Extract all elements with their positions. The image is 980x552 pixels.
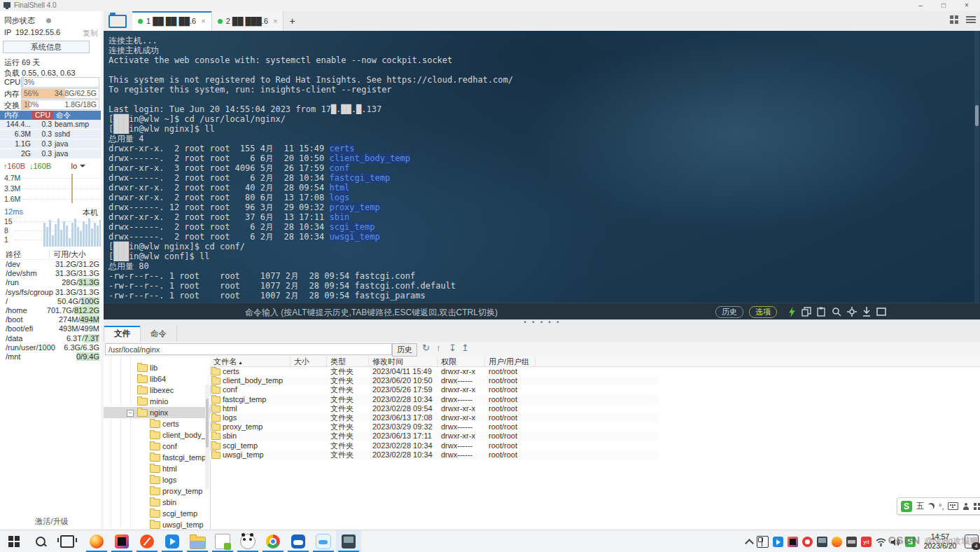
tree-item-html[interactable]: html xyxy=(104,463,210,474)
file-row-uwsgi_temp[interactable]: uwsgi_temp文件夹2023/02/28 10:34drwx------r… xyxy=(210,450,658,460)
tree-item-libexec[interactable]: libexec xyxy=(104,385,210,396)
tree-item-conf[interactable]: conf xyxy=(104,441,210,452)
tray-monitor-icon[interactable] xyxy=(817,537,827,547)
disk-row[interactable]: /run/user/10006.3G/6.3G xyxy=(0,343,104,352)
tree-item-logs[interactable]: logs xyxy=(104,474,210,485)
cmd-gear-icon[interactable] xyxy=(847,307,857,317)
cmd-copy-icon[interactable] xyxy=(802,307,811,317)
refresh-icon[interactable]: ↻ xyxy=(422,343,430,353)
disk-row[interactable]: /dev/shm31.3G/31.3G xyxy=(0,269,104,278)
terminal-scrollbar[interactable] xyxy=(974,31,979,303)
process-row[interactable]: 144.4...0.3beam.smp xyxy=(0,120,104,130)
upload-icon[interactable]: ↥ xyxy=(461,343,469,353)
system-info-button[interactable]: 系统信息 xyxy=(3,41,90,53)
file-row-certs[interactable]: certs文件夹2023/04/11 15:49drwxr-xr-xroot/r… xyxy=(210,367,658,376)
file-row-client_body_temp[interactable]: client_body_temp文件夹2023/06/20 10:50drwx-… xyxy=(210,376,658,385)
tree-item-scgi_temp[interactable]: scgi_temp xyxy=(104,508,210,519)
taskbar-app-notepad-green[interactable] xyxy=(210,530,235,552)
process-row[interactable]: 1.1G0.3java xyxy=(0,139,104,149)
taskbar-app-cloud-light[interactable] xyxy=(311,530,336,552)
sogou-logo-icon[interactable]: S xyxy=(901,501,912,512)
tab-close-icon[interactable]: × xyxy=(273,17,277,25)
file-row-fastcgi_temp[interactable]: fastcgi_temp文件夹2023/02/28 10:34drwx-----… xyxy=(210,395,658,404)
minimize-button[interactable]: – xyxy=(910,0,931,11)
tree-item-fastcgi_temp[interactable]: fastcgi_temp xyxy=(104,452,210,463)
tab-close-icon[interactable]: × xyxy=(201,17,205,25)
file-header-1[interactable]: 大小 xyxy=(290,357,327,366)
taskbar-clock[interactable]: 14:57 2023/6/20 xyxy=(920,532,960,550)
go-up-icon[interactable]: ↑ xyxy=(436,343,441,353)
file-row-conf[interactable]: conf文件夹2023/05/26 17:59drwxr-xr-xroot/ro… xyxy=(210,385,658,394)
keyboard-icon[interactable] xyxy=(948,502,958,510)
terminal[interactable]: 连接主机...连接主机成功Activate the web console wi… xyxy=(104,31,980,303)
splitter-handle[interactable]: • • • • • xyxy=(518,319,567,326)
tree-item-sbin[interactable]: sbin xyxy=(104,497,210,508)
process-row[interactable]: 6.3M0.3sshd xyxy=(0,130,104,139)
path-history-button[interactable]: 历史 xyxy=(392,343,417,357)
taskbar-search-button[interactable] xyxy=(28,530,53,552)
cmd-download-icon[interactable] xyxy=(862,307,871,317)
close-button[interactable]: × xyxy=(956,0,977,11)
taskbar-app-firefox[interactable] xyxy=(84,530,109,552)
options-button[interactable]: 选项 xyxy=(749,306,777,318)
file-panel-tab-命令[interactable]: 命令 xyxy=(141,326,177,342)
copy-ip-link[interactable]: 复制 xyxy=(83,28,98,39)
taskbar-app-panda[interactable] xyxy=(235,530,260,552)
tray-volume-icon[interactable] xyxy=(890,537,901,547)
punctuation-icon[interactable]: °, xyxy=(939,502,944,511)
disk-row[interactable]: /home701.7G/812.2G xyxy=(0,306,104,315)
cmd-lightning-icon[interactable] xyxy=(788,307,796,317)
history-button[interactable]: 历史 xyxy=(715,306,743,318)
disk-row[interactable]: /data6.3T/7.3T xyxy=(0,334,104,343)
taskbar-app-arrow-blue[interactable] xyxy=(160,530,185,552)
tray-flame-icon[interactable] xyxy=(832,537,842,547)
tray-youdao-icon[interactable]: yd xyxy=(861,537,872,547)
path-input[interactable] xyxy=(105,343,392,355)
cmd-window-icon[interactable] xyxy=(876,308,886,316)
tray-wifi-icon[interactable] xyxy=(876,537,886,547)
tree-item-uwsgi_temp[interactable]: uwsgi_temp xyxy=(104,519,210,530)
disk-row[interactable]: /mnt0/9.4G xyxy=(0,352,104,361)
file-header-0[interactable]: 文件名 ▲ xyxy=(210,357,290,366)
tray-blue-app-icon[interactable] xyxy=(773,537,783,547)
more-grid-icon[interactable] xyxy=(974,503,980,510)
cmd-paste-icon[interactable] xyxy=(817,307,826,317)
tray-sogou-icon[interactable]: S xyxy=(905,537,916,547)
file-row-html[interactable]: html文件夹2023/02/28 09:54drwxr-xr-xroot/ro… xyxy=(210,404,658,413)
tray-grid-icon[interactable] xyxy=(757,536,769,548)
add-tab-button[interactable]: + xyxy=(284,11,300,31)
file-panel-tab-文件[interactable]: 文件 xyxy=(104,326,141,342)
tree-item-minio[interactable]: minio xyxy=(104,396,210,407)
disk-row[interactable]: /boot274M/494M xyxy=(0,315,104,324)
disk-row[interactable]: /50.4G/100G xyxy=(0,297,104,306)
open-connection-icon[interactable] xyxy=(108,15,127,28)
tray-chevron-up-icon[interactable] xyxy=(746,538,752,545)
taskbar-start-button[interactable] xyxy=(1,530,27,552)
tree-item-proxy_temp[interactable]: proxy_temp xyxy=(104,485,210,497)
file-row-logs[interactable]: logs文件夹2023/06/13 17:08drwxr-xr-xroot/ro… xyxy=(210,413,658,422)
process-row[interactable]: 2G0.3java xyxy=(0,149,104,159)
disk-row[interactable]: /run28G/31.3G xyxy=(0,278,104,287)
disk-row[interactable]: /sys/fs/cgroup31.3G/31.3G xyxy=(0,288,104,297)
file-row-sbin[interactable]: sbin文件夹2023/06/13 17:11drwxr-xr-xroot/ro… xyxy=(210,432,658,441)
taskbar-app-idea[interactable] xyxy=(109,530,134,552)
file-row-scgi_temp[interactable]: scgi_temp文件夹2023/02/28 10:34drwx------ro… xyxy=(210,441,658,450)
tray-idea-icon[interactable] xyxy=(788,537,798,547)
tree-item-client_body_[interactable]: client_body_ xyxy=(104,429,210,441)
file-header-5[interactable]: 用户/用户组 xyxy=(485,357,536,366)
terminal-tab-1[interactable]: 1 ██ ██ ██.6× xyxy=(132,11,212,31)
taskbar-app-chrome[interactable] xyxy=(260,530,286,552)
terminal-tab-2[interactable]: 2 ██ ███.6× xyxy=(212,11,284,31)
tree-item-nginx[interactable]: −nginx xyxy=(104,407,210,418)
notification-center-icon[interactable]: 4 xyxy=(965,534,979,548)
tray-red-app-icon[interactable] xyxy=(802,537,813,547)
tree-item-lib[interactable]: lib xyxy=(104,362,210,373)
disk-row[interactable]: /boot/efi493M/499M xyxy=(0,324,104,333)
taskbar-task-view-button[interactable] xyxy=(55,530,80,552)
file-header-2[interactable]: 类型 xyxy=(327,357,369,366)
cmd-search-icon[interactable] xyxy=(832,307,841,317)
taskbar-app-draw-orange[interactable] xyxy=(134,530,160,552)
tree-item-lib64[interactable]: lib64 xyxy=(104,373,210,385)
tree-item-certs[interactable]: certs xyxy=(104,418,210,429)
grid-view-icon[interactable] xyxy=(950,15,959,25)
